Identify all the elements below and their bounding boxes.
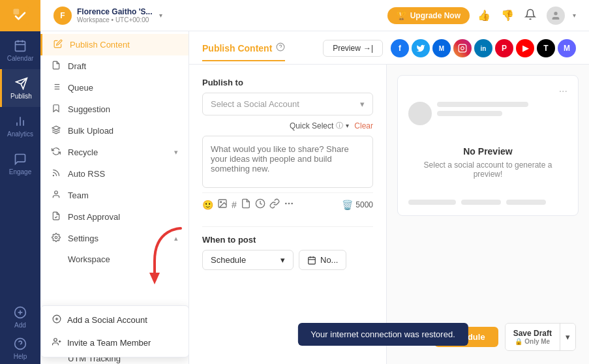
hashtag-icon[interactable]: # (232, 200, 237, 210)
recycle-icon (51, 147, 61, 158)
calendar-icon (307, 256, 316, 265)
sidebar-item-publish[interactable]: Publish (0, 69, 40, 107)
avatar-button[interactable] (544, 4, 567, 27)
facebook-icon[interactable]: f (391, 39, 409, 57)
rss-icon (51, 168, 61, 179)
person-plus-icon (52, 337, 62, 348)
svg-point-41 (288, 203, 289, 204)
meta-icon[interactable]: M (432, 39, 451, 57)
nav-item-draft[interactable]: Draft (40, 55, 189, 77)
toolbar-row: 🙂 # (202, 192, 373, 216)
schedule-row: Schedule ▾ No... (202, 250, 373, 270)
nav-item-publish-content[interactable]: Publish Content (40, 34, 189, 55)
schedule-label: Schedule (211, 255, 246, 265)
nav-sub-workspace[interactable]: Workspace (40, 249, 189, 269)
linkedin-icon[interactable]: in (474, 39, 492, 57)
quick-select-button[interactable]: Quick Select ⓘ ▾ (290, 121, 349, 130)
nav-settings-label: Settings (68, 234, 98, 243)
clear-label: Clear (354, 121, 373, 130)
nav-post-approval-label: Post Approval (68, 212, 120, 222)
twitter-icon[interactable] (412, 39, 430, 57)
edit-icon (53, 39, 63, 50)
nav-item-queue[interactable]: Queue (40, 77, 189, 99)
svg-point-16 (554, 12, 557, 15)
help-button[interactable]: Help (0, 333, 40, 364)
date-picker[interactable]: No... (299, 250, 346, 270)
recycle-chevron-icon: ▾ (174, 148, 178, 157)
avatar-chevron-icon[interactable]: ▾ (573, 12, 576, 19)
nav-item-team[interactable]: Team (40, 185, 189, 206)
nav-item-recycle[interactable]: Recycle ▾ (40, 142, 189, 163)
svg-rect-1 (14, 9, 20, 15)
nav-item-settings[interactable]: Settings ▴ (40, 228, 189, 249)
youtube-icon[interactable]: ▶ (516, 39, 534, 57)
help-icon[interactable] (276, 42, 285, 53)
document-icon[interactable] (241, 198, 251, 211)
nav-item-auto-rss[interactable]: Auto RSS (40, 163, 189, 185)
gear-icon (51, 233, 61, 244)
calendar-label: Calendar (7, 55, 34, 62)
trash-icon[interactable]: 🗑️ (342, 200, 353, 210)
add-social-account-item[interactable]: Add a Social Account (41, 309, 189, 331)
help-label: Help (14, 353, 27, 360)
engage-label: Engage (9, 168, 31, 175)
app-logo[interactable] (0, 0, 40, 31)
footer-line-2 (461, 200, 501, 205)
nav-item-bulk-upload[interactable]: Bulk Upload (40, 120, 189, 142)
invite-team-member-label: Invite a Team Member (67, 338, 151, 348)
quick-select-label: Quick Select (290, 121, 333, 130)
preview-label: Preview (333, 44, 361, 53)
instagram-icon[interactable] (453, 39, 472, 57)
trophy-icon: 🏆 (397, 11, 406, 20)
quick-select-chevron-icon: ▾ (346, 122, 349, 129)
thumbs-down-button[interactable]: 👎 (498, 7, 517, 24)
svg-point-24 (53, 175, 53, 176)
schedule-select[interactable]: Schedule ▾ (202, 250, 294, 270)
save-draft-button[interactable]: Save Draft 🔒 Only Me (506, 324, 560, 350)
emoji-icon[interactable]: 🙂 (202, 200, 213, 210)
add-button[interactable]: Add (0, 301, 40, 333)
sidebar-item-calendar[interactable]: Calendar (0, 31, 40, 69)
bell-button[interactable] (522, 6, 539, 25)
no-preview: No Preview Select a social account to ge… (408, 133, 567, 192)
publish-form: Publish to Select a Social Account ▾ Qui… (189, 65, 387, 364)
save-draft-label: Save Draft (513, 329, 552, 338)
social-account-select[interactable]: Select a Social Account ▾ (202, 93, 373, 115)
user-chevron-icon[interactable]: ▾ (159, 12, 162, 19)
top-bar-right: 🏆 Upgrade Now 👍 👎 ▾ (387, 4, 576, 27)
clear-button[interactable]: Clear (354, 121, 373, 130)
user-avatar: F (53, 7, 72, 25)
no-preview-text: Select a social account to generate a pr… (415, 160, 561, 179)
post-textarea[interactable] (202, 136, 373, 188)
workspace-label: Workspace (68, 254, 110, 264)
settings-chevron-icon: ▴ (174, 234, 178, 243)
preview-button[interactable]: Preview →| (323, 40, 383, 57)
svg-rect-36 (459, 44, 466, 52)
sidebar-item-analytics[interactable]: Analytics (0, 107, 40, 145)
nav-recycle-label: Recycle (68, 147, 98, 157)
svg-rect-2 (16, 41, 25, 51)
tiktok-icon[interactable]: T (537, 39, 555, 57)
list-icon (51, 82, 61, 93)
thumbs-up-button[interactable]: 👍 (475, 7, 493, 24)
plus-icon (52, 314, 62, 326)
image-icon[interactable] (217, 198, 228, 211)
upgrade-button[interactable]: 🏆 Upgrade Now (387, 7, 470, 24)
char-count: 🗑️ 5000 (342, 200, 373, 210)
link-icon[interactable] (269, 198, 280, 211)
sidebar-item-engage[interactable]: Engage (0, 145, 40, 183)
nav-bulk-upload-label: Bulk Upload (68, 126, 113, 136)
clock-icon[interactable] (255, 198, 265, 211)
save-draft-chevron-button[interactable]: ▾ (560, 324, 575, 350)
more-icon[interactable] (284, 198, 294, 211)
nav-item-post-approval[interactable]: Post Approval (40, 206, 189, 228)
pinterest-icon[interactable]: P (495, 39, 513, 57)
mastodon-icon[interactable]: M (558, 39, 576, 57)
avatar-initial: F (60, 11, 65, 20)
nav-item-suggestion[interactable]: Suggestion (40, 99, 189, 120)
invite-team-member-item[interactable]: Invite a Team Member (41, 331, 189, 354)
svg-point-39 (220, 202, 222, 203)
footer-line-3 (506, 200, 546, 205)
no-preview-title: No Preview (415, 146, 561, 157)
svg-point-42 (292, 203, 292, 204)
